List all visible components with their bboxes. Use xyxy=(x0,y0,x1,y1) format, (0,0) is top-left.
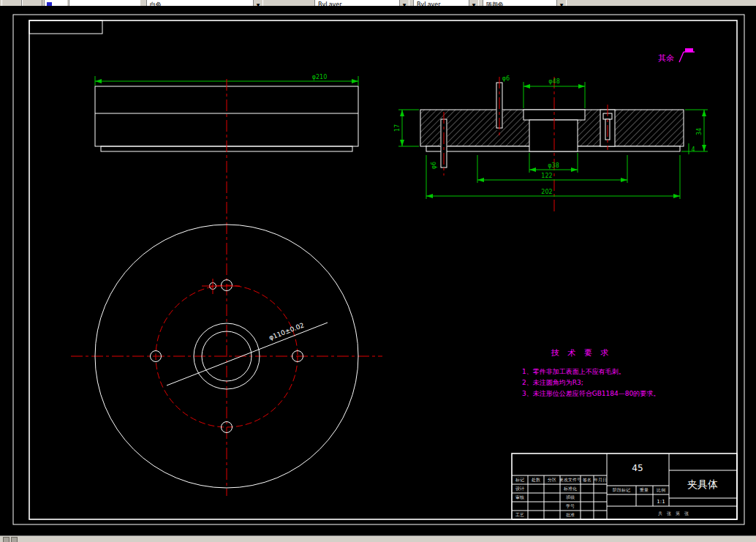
cad-drawing[interactable]: φ210 φ110±0.02 xyxy=(0,6,756,536)
snap-icon[interactable] xyxy=(11,537,18,542)
dim-pin-left: φ6 xyxy=(431,162,437,169)
tb-scale: 比例 xyxy=(657,487,665,493)
tb-part-name: 夹具体 xyxy=(687,478,718,490)
tb-scale-value: 1:1 xyxy=(657,499,665,505)
layer-name-field[interactable] xyxy=(69,0,140,6)
layer-color-swatch xyxy=(47,2,52,6)
sheet-inner-border xyxy=(29,20,737,519)
status-bar xyxy=(0,535,756,542)
tb-sign: 签名 xyxy=(583,477,591,483)
chevron-down-icon[interactable]: ▼ xyxy=(253,0,262,6)
surface-finish-note: 其余 xyxy=(658,48,695,63)
leader-line xyxy=(167,323,328,385)
tb-process: 工艺 xyxy=(515,512,524,517)
chevron-down-icon[interactable]: ▼ xyxy=(469,0,478,6)
object-properties-toolbar: 白色 ▼ ByLayer ▼ ByLayer ▼ 随颜色 ▼ xyxy=(0,0,756,6)
tech-item-2: 2、未注圆角均为R3; xyxy=(522,379,583,386)
plotstyle-combo[interactable]: 随颜色 ▼ xyxy=(483,0,567,6)
surface-note-text: 其余 xyxy=(658,53,674,63)
tb-material: 45 xyxy=(632,463,643,473)
lineweight-combo[interactable]: ByLayer ▼ xyxy=(413,0,479,6)
dim-h34: 34 xyxy=(696,128,703,135)
linetype-combo-value: ByLayer xyxy=(318,1,342,6)
center-through-hole xyxy=(529,120,578,151)
color-combo-value: 白色 xyxy=(150,1,162,6)
tech-item-3: 3、未注形位公差应符合GB1184—80的要求。 xyxy=(522,390,659,397)
lineweight-combo-value: ByLayer xyxy=(417,1,441,6)
tb-count: 处数 xyxy=(531,477,540,483)
tb-class: 班级 xyxy=(566,494,575,500)
tb-design: 设计 xyxy=(515,486,524,491)
dim-d38: φ38 xyxy=(548,162,559,169)
tb-stage: 阶段标记 xyxy=(613,487,630,493)
tb-standardize: 标准化 xyxy=(563,486,577,492)
linetype-combo[interactable]: ByLayer ▼ xyxy=(314,0,409,6)
layer-indicator[interactable] xyxy=(44,0,67,6)
color-combo[interactable]: 白色 ▼ xyxy=(146,0,263,6)
tb-file: 更改文件号 xyxy=(559,477,581,482)
title-block: 标记 处数 分区 更改文件号 签名 年月日 设计 标准化 审核 班级 学号 工艺… xyxy=(512,453,737,519)
grid-icon[interactable] xyxy=(3,537,10,542)
chevron-down-icon[interactable]: ▼ xyxy=(556,0,566,6)
plotstyle-combo-value: 随颜色 xyxy=(486,1,504,6)
tech-title: 技 术 要 求 xyxy=(551,348,612,358)
technical-requirements: 技 术 要 求 1、零件非加工表面上不应有毛刺。 2、未注圆角均为R3; 3、未… xyxy=(522,348,659,397)
tb-zone: 分区 xyxy=(548,477,556,482)
layers-button[interactable] xyxy=(1,0,22,6)
chevron-down-icon[interactable]: ▼ xyxy=(399,0,409,6)
drawing-canvas[interactable]: φ210 φ110±0.02 xyxy=(0,6,756,536)
corner-block xyxy=(29,20,102,34)
tb-sheets: 共 张 第 张 xyxy=(658,511,689,516)
tb-weight: 重量 xyxy=(639,487,649,492)
dim-h4: 4 xyxy=(691,146,695,153)
tb-mark: 标记 xyxy=(515,477,524,483)
layer-properties-button[interactable] xyxy=(22,0,42,6)
dim-s202: 202 xyxy=(541,189,552,195)
tech-item-1: 1、零件非加工表面上不应有毛刺。 xyxy=(522,368,625,375)
front-view: φ110±0.02 xyxy=(71,79,382,496)
dim-h17: 17 xyxy=(394,124,401,132)
dim-s122: 122 xyxy=(541,173,552,179)
sheet-outer-border xyxy=(13,15,744,524)
dim-d210: φ210 xyxy=(312,74,328,80)
tb-approve: 批准 xyxy=(566,512,575,518)
app-window: { "toolbar": { "color_combo": "白色", "lin… xyxy=(0,0,756,542)
dim-pin-top: φ6 xyxy=(502,75,510,82)
dim-d48: φ48 xyxy=(548,78,559,85)
roughness-bar xyxy=(685,48,693,52)
tb-check: 审核 xyxy=(515,494,524,500)
roughness-icon xyxy=(679,52,684,62)
tb-student-id: 学号 xyxy=(566,503,575,508)
tb-date: 年月日 xyxy=(594,477,607,483)
